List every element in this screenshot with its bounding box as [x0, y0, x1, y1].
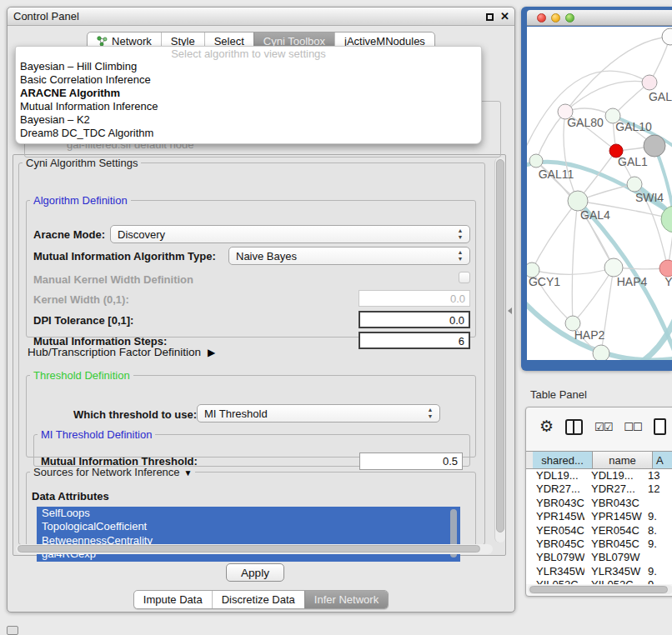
aracne-mode-select[interactable]: Discovery — [110, 225, 470, 243]
table-row[interactable]: YIL052CYIL052C9. — [526, 578, 672, 584]
algorithm-option[interactable]: Mutual Information Inference — [16, 100, 481, 113]
dpi-tolerance-field[interactable]: 0.0 — [359, 311, 470, 328]
column-header-name[interactable]: name — [593, 452, 653, 468]
network-node[interactable] — [662, 28, 672, 45]
algorithm-dropdown-popup: Select algorithm to view settings Bayesi… — [15, 46, 482, 144]
table-cell: 9. — [646, 538, 672, 551]
collapsed-arrow-icon: ▶ — [208, 347, 215, 358]
tab-label: Impute Data — [143, 593, 203, 606]
network-node-y[interactable] — [659, 260, 672, 277]
algorithm-option[interactable]: Bayesian – Hill Climbing — [16, 60, 481, 73]
data-attribute-item[interactable]: TopologicalCoefficient — [37, 520, 460, 533]
tab-label: Infer Network — [314, 593, 379, 606]
manual-kernel-checkbox[interactable] — [459, 272, 470, 283]
float-panel-icon[interactable] — [486, 13, 494, 21]
zoom-window-icon[interactable] — [565, 13, 574, 22]
table-cell: YBL079W — [584, 551, 646, 564]
scrollbar-thumb[interactable] — [18, 545, 480, 552]
scrollbar-thumb[interactable] — [496, 159, 504, 532]
network-window-titlebar[interactable] — [527, 10, 672, 26]
sources-for-network-inference-group: Sources for Network Inference▼ Data Attr… — [26, 466, 476, 554]
column-header-partial[interactable]: A — [653, 452, 672, 468]
hub-definition-toggle[interactable]: Hub/Transcription Factor Definition▶ — [28, 346, 215, 358]
table-body: YDL19...YDL19...13YDR27...YDR27...12YBR0… — [526, 469, 672, 584]
network-node-swi4[interactable] — [627, 177, 642, 192]
table-toolbar: ⚙ ☑☑ ☐☐ — [539, 418, 666, 436]
node-label: GAL10 — [615, 120, 652, 133]
network-node[interactable] — [593, 345, 609, 360]
tab-impute-data[interactable]: Impute Data — [134, 591, 212, 608]
network-node-gal[interactable] — [642, 75, 657, 90]
close-panel-icon[interactable]: ✕ — [500, 12, 509, 21]
network-node-gal11[interactable] — [529, 154, 543, 168]
deselect-all-icon[interactable]: ☐☐ — [624, 421, 641, 433]
node-label: Y — [664, 275, 672, 288]
table-cell: YBR043C — [526, 497, 584, 510]
table-panel-window: ⚙ ☑☑ ☐☐ shared... name A YDL19...YDL19..… — [525, 407, 672, 597]
minimize-window-icon[interactable] — [551, 13, 560, 22]
scrollbar-thumb[interactable] — [529, 586, 668, 593]
table-cell: YPR145W — [584, 510, 646, 523]
node-label: GAL4 — [580, 208, 610, 222]
table-function-icon[interactable] — [654, 418, 666, 435]
algorithm-option[interactable]: Basic Correlation Inference — [16, 73, 481, 87]
table-header: shared... name A — [526, 451, 672, 469]
table-cell: YER054C — [526, 524, 584, 538]
kernel-width-field[interactable]: 0.0 — [359, 290, 470, 307]
columns-icon[interactable] — [565, 419, 583, 435]
network-node-hap4[interactable] — [604, 258, 623, 277]
node-label: HAP4 — [617, 275, 648, 288]
algorithm-option[interactable]: ARACNE Algorithm — [16, 87, 481, 100]
desktop: Control Panel ✕ Network — [0, 0, 672, 635]
table-cell — [646, 551, 672, 564]
table-row[interactable]: YDR27...YDR27...12 — [526, 482, 672, 496]
which-threshold-select[interactable]: MI Threshold — [197, 404, 440, 422]
mi-steps-field[interactable]: 6 — [359, 332, 470, 349]
tab-discretize-data[interactable]: Discretize Data — [212, 591, 304, 608]
table-row[interactable]: YBR043CYBR043C — [526, 497, 672, 510]
algorithm-option[interactable]: Dream8 DC_TDC Algorithm — [16, 127, 481, 140]
gear-icon[interactable]: ⚙ — [539, 418, 554, 436]
network-view-window[interactable]: GALGAL80GAL10GAL1GAL11SWI4GAL4GCY1HAP4YH… — [521, 7, 672, 371]
algorithm-placeholder: Select algorithm to view settings — [16, 48, 481, 60]
table-cell: 9. — [646, 565, 672, 578]
data-attribute-item[interactable]: SelfLoops — [37, 507, 460, 520]
table-cell: 13 — [646, 469, 672, 482]
table-panel-title: Table Panel — [530, 388, 587, 401]
column-header-shared-name[interactable]: shared... — [533, 452, 593, 468]
mi-algorithm-type-select[interactable]: Naive Bayes — [228, 247, 470, 265]
panel-splitter-arrow[interactable] — [508, 308, 512, 314]
table-row[interactable]: YBL079WYBL079W — [526, 551, 672, 564]
node-label: GCY1 — [529, 275, 560, 288]
table-row[interactable]: YBR045CYBR045C9. — [526, 538, 672, 551]
network-node[interactable] — [644, 135, 665, 157]
cyni-settings-scrollpane: Cyni Algorithm Settings Algorithm Defini… — [13, 154, 506, 556]
dpi-tolerance-label: DPI Tolerance [0,1]: — [33, 314, 133, 327]
table-cell: YLR345W — [526, 565, 584, 578]
table-cell: YBR045C — [584, 538, 646, 551]
docked-panel-icon[interactable] — [7, 626, 18, 635]
apply-button[interactable]: Apply — [226, 563, 284, 582]
table-row[interactable]: YLR345WYLR345W9. — [526, 565, 672, 578]
table-horizontal-scrollbar[interactable] — [528, 585, 672, 594]
group-title: Sources for Network Inference▼ — [30, 466, 195, 478]
control-panel-titlebar[interactable]: Control Panel ✕ — [8, 8, 514, 26]
table-cell: 12 — [646, 482, 672, 496]
close-window-icon[interactable] — [537, 13, 546, 22]
select-all-icon[interactable]: ☑☑ — [594, 421, 612, 433]
settings-vertical-scrollbar[interactable] — [494, 158, 505, 542]
table-row[interactable]: YPR145WYPR145W9. — [526, 510, 672, 523]
algorithm-option[interactable]: Bayesian – K2 — [16, 113, 481, 127]
network-canvas[interactable]: GALGAL80GAL10GAL1GAL11SWI4GAL4GCY1HAP4YH… — [527, 27, 672, 360]
settings-horizontal-scrollbar[interactable] — [16, 544, 493, 554]
table-row[interactable]: YER054CYER054C8. — [526, 524, 672, 538]
node-label: GAL — [649, 90, 672, 103]
expanded-arrow-icon[interactable]: ▼ — [184, 468, 193, 478]
aracne-mode-value: Discovery — [118, 228, 165, 241]
table-cell: YIL052C — [584, 578, 646, 584]
table-cell: YBR043C — [584, 497, 646, 510]
tab-infer-network[interactable]: Infer Network — [304, 591, 388, 608]
table-row[interactable]: YDL19...YDL19...13 — [526, 469, 672, 482]
mi-threshold-definition-group: MI Threshold Definition Mutual Informati… — [33, 428, 470, 467]
table-cell: YER054C — [584, 524, 646, 538]
